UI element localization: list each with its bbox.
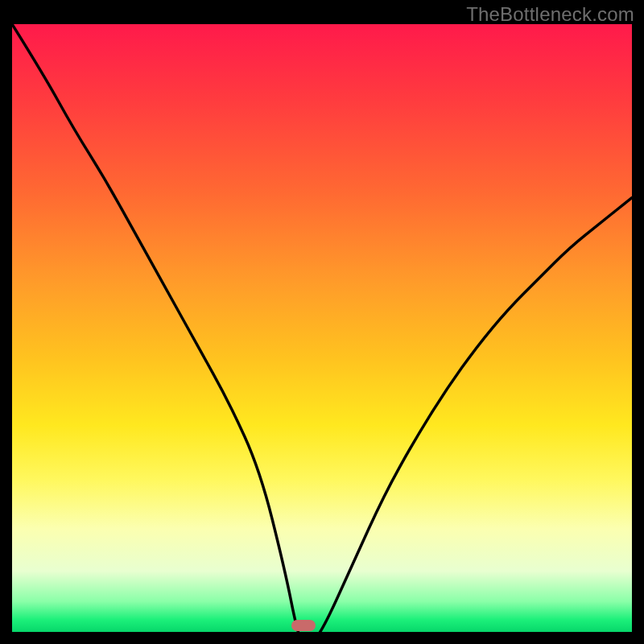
curve-svg — [12, 24, 632, 632]
plot-area — [12, 24, 632, 632]
bottleneck-curve-path — [12, 24, 632, 632]
optimal-marker — [291, 620, 316, 631]
chart-frame: TheBottleneck.com — [0, 0, 644, 644]
watermark-text: TheBottleneck.com — [466, 3, 634, 26]
